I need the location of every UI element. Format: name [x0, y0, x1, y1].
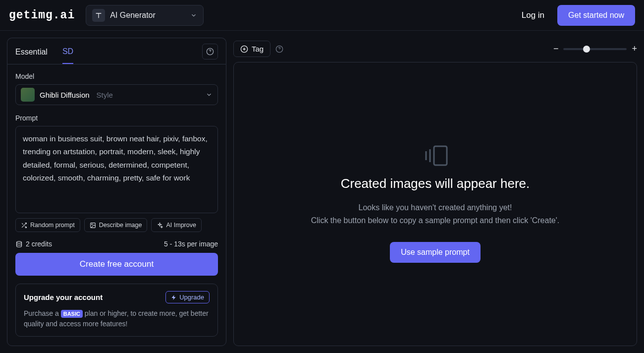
empty-gallery-icon	[423, 145, 448, 166]
ai-improve-button[interactable]: AI Improve	[151, 218, 201, 232]
question-icon	[275, 45, 283, 53]
upgrade-text: Purchase a BASIC plan or higher, to crea…	[24, 308, 210, 329]
sparkle-icon	[157, 222, 163, 229]
credits-row: 2 credits 5 - 13s per image	[15, 240, 218, 248]
model-thumbnail	[21, 88, 35, 102]
zoom-control: − +	[553, 44, 637, 54]
left-panel: Essential SD Model Ghibli Diffusion Styl…	[7, 38, 226, 346]
model-name: Ghibli Diffusion	[40, 91, 90, 99]
tabs-row: Essential SD	[7, 38, 226, 64]
tag-button[interactable]: Tag	[233, 41, 270, 57]
time-estimate: 5 - 13s per image	[164, 240, 218, 248]
app-header: getimg.ai AI Generator Log in Get starte…	[0, 0, 644, 31]
svg-rect-6	[434, 146, 447, 165]
zoom-out-button[interactable]: −	[553, 44, 559, 54]
random-prompt-button[interactable]: Random prompt	[15, 218, 80, 232]
empty-title: Created images will appear here.	[341, 176, 530, 191]
upgrade-title: Upgrade your account	[24, 293, 103, 301]
chevron-down-icon	[206, 91, 213, 98]
question-icon	[206, 48, 214, 56]
image-icon	[90, 222, 96, 229]
canvas-body: Created images will appear here. Looks l…	[233, 62, 637, 346]
svg-point-3	[17, 241, 22, 243]
prompt-actions: Random prompt Describe image AI Improve	[15, 218, 218, 232]
coin-icon	[15, 240, 23, 248]
text-icon	[92, 9, 105, 22]
tab-essential[interactable]: Essential	[15, 43, 48, 63]
use-sample-prompt-button[interactable]: Use sample prompt	[390, 242, 481, 263]
prompt-textarea[interactable]	[15, 126, 218, 213]
canvas-area: Tag − + Created images will ap	[233, 38, 637, 346]
create-account-button[interactable]: Create free account	[15, 253, 218, 276]
get-started-button[interactable]: Get started now	[557, 5, 635, 26]
svg-point-2	[91, 224, 92, 225]
credits-count: 2 credits	[26, 240, 52, 248]
zoom-thumb[interactable]	[583, 46, 590, 53]
prompt-label: Prompt	[15, 114, 218, 122]
tab-sd[interactable]: SD	[62, 42, 73, 64]
panel-body: Model Ghibli Diffusion Style Prompt Rand…	[7, 64, 226, 346]
tag-help-button[interactable]	[275, 45, 283, 53]
tool-selector[interactable]: AI Generator	[86, 5, 204, 26]
login-link[interactable]: Log in	[522, 10, 544, 20]
main-area: Essential SD Model Ghibli Diffusion Styl…	[0, 31, 644, 353]
upgrade-button[interactable]: Upgrade	[165, 291, 210, 303]
panel-help-button[interactable]	[202, 44, 218, 59]
empty-subtitle: Looks like you haven't created anything …	[311, 201, 559, 227]
plus-circle-icon	[240, 45, 248, 53]
basic-badge: BASIC	[61, 310, 83, 318]
zoom-slider[interactable]	[563, 48, 627, 50]
shuffle-icon	[21, 222, 27, 229]
upgrade-card: Upgrade your account Upgrade Purchase a …	[15, 284, 218, 337]
zoom-in-button[interactable]: +	[632, 44, 637, 54]
canvas-toolbar: Tag − +	[233, 38, 637, 62]
model-label: Model	[15, 72, 218, 80]
lightning-icon	[171, 294, 177, 300]
logo: getimg.ai	[9, 9, 75, 22]
tool-label: AI Generator	[110, 11, 156, 20]
describe-image-button[interactable]: Describe image	[84, 218, 148, 232]
chevron-down-icon	[190, 12, 197, 19]
model-selector[interactable]: Ghibli Diffusion Style	[15, 84, 218, 105]
model-tag: Style	[97, 91, 113, 99]
